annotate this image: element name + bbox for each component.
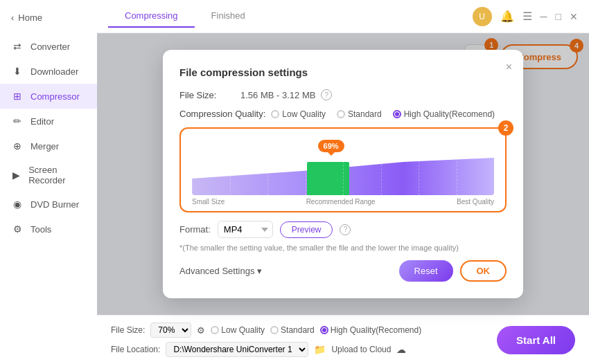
sidebar-label-editor: Editor [30,116,54,127]
chart-label-left: Small Size [192,198,225,206]
merger-icon: ⊕ [11,140,24,152]
preview-info-icon[interactable]: ? [340,224,351,235]
modal-footer: Advanced Settings ▾ Reset OK [179,260,507,282]
modal-footer-buttons: Reset OK [399,260,507,282]
format-label: Format: [179,224,211,235]
quality-option-high[interactable]: High Quality(Recomend) [393,109,495,119]
quality-radio-standard[interactable] [337,110,345,118]
compression-settings-modal: File compression settings × File Size: 1… [163,50,523,298]
converter-icon: ⇄ [11,40,24,53]
hint-text: *(The smaller the setting value, the sma… [179,244,507,252]
content-area: ⚙ 1 Compress 4 File compression settings… [97,33,589,315]
compressor-icon: ⊞ [11,90,24,102]
sidebar-item-tools[interactable]: ⚙ Tools [0,217,97,242]
sidebar: ‹ Home ⇄ Converter ⬇ Downloader ⊞ Compre… [0,0,97,364]
quality-radio-high-bottom[interactable]: High Quality(Recomend) [320,325,421,335]
topbar-tabs: Compressing Finished [108,5,262,28]
sidebar-label-compressor: Compressor [30,91,80,102]
sidebar-item-converter[interactable]: ⇄ Converter [0,34,97,59]
sidebar-item-merger[interactable]: ⊕ Merger [0,134,97,158]
quality-option-low[interactable]: Low Quality [271,109,326,119]
minimize-icon[interactable]: ─ [540,11,547,22]
chart-tooltip: 69% [318,140,344,152]
file-size-percent-select[interactable]: 70% [150,322,191,338]
close-icon[interactable]: ✕ [570,11,578,22]
back-label: Home [18,12,42,23]
file-location-row: File Location: D:\Wondershare UniConvert… [111,342,421,357]
sidebar-label-tools: Tools [30,224,51,235]
sidebar-label-converter: Converter [30,42,70,52]
compression-quality-row: Compression Quality: Low Quality Standar… [179,109,507,119]
file-size-label: File Size: [179,90,235,100]
file-size-row: File Size: 1.56 MB - 3.12 MB ? [179,89,507,100]
file-size-value: 1.56 MB - 3.12 MB [240,90,315,100]
editor-icon: ✏ [11,115,24,127]
format-row: Format: MP4 AVI MOV MKV Preview ? [179,221,507,238]
quality-radio-standard-bottom[interactable]: Standard [270,325,315,335]
maximize-icon[interactable]: □ [556,11,561,22]
sidebar-item-editor[interactable]: ✏ Editor [0,109,97,134]
file-size-info-icon[interactable]: ? [321,89,332,100]
step2-badge: 2 [498,120,513,136]
format-select[interactable]: MP4 AVI MOV MKV [218,221,273,238]
sidebar-item-dvd-burner[interactable]: ◉ DVD Burner [0,192,97,217]
bottom-bar: File Size: 70% ⚙ Low Quality Standard Hi… [97,315,589,364]
advanced-settings-link[interactable]: Advanced Settings ▾ [179,266,262,276]
topbar-icons: U 🔔 ☰ ─ □ ✕ [473,7,578,26]
user-avatar[interactable]: U [473,7,492,26]
start-all-button[interactable]: Start All [497,326,575,354]
quality-radio-low[interactable] [271,110,279,118]
cloud-icon[interactable]: ☁ [396,344,406,355]
screen-recorder-icon: ▶ [11,169,21,181]
chart-label-right: Best Quality [457,198,494,206]
chart-area: 69% [192,140,494,195]
bottom-bar-left: File Size: 70% ⚙ Low Quality Standard Hi… [111,322,421,357]
settings-small-icon[interactable]: ⚙ [197,325,205,336]
ok-button[interactable]: OK [460,260,507,282]
sidebar-item-screen-recorder[interactable]: ▶ Screen Recorder [0,158,97,192]
back-arrow-icon: ‹ [11,12,14,23]
preview-button[interactable]: Preview [280,221,333,238]
downloader-icon: ⬇ [11,65,24,78]
dvd-burner-icon: ◉ [11,198,24,210]
file-size-bar-row: File Size: 70% ⚙ Low Quality Standard Hi… [111,322,421,338]
tab-finished[interactable]: Finished [195,5,262,28]
tab-compressing[interactable]: Compressing [108,5,195,28]
sidebar-label-downloader: Downloader [30,66,78,77]
modal-title: File compression settings [179,66,507,78]
modal-overlay: File compression settings × File Size: 1… [97,33,589,315]
quality-radio-high[interactable] [393,110,401,118]
compression-chart[interactable]: 2 69% [179,127,507,212]
upload-cloud-label: Upload to Cloud [331,345,391,354]
modal-close-button[interactable]: × [506,61,512,73]
sidebar-label-dvd-burner: DVD Burner [30,199,79,210]
menu-icon[interactable]: ☰ [522,10,532,23]
folder-icon[interactable]: 📁 [314,344,326,355]
chevron-down-icon: ▾ [257,266,262,276]
quality-options: Low Quality Standard High Quality(Recome… [271,109,495,119]
file-location-select[interactable]: D:\Wondershare UniConverter 1 [166,342,308,357]
sidebar-item-downloader[interactable]: ⬇ Downloader [0,59,97,84]
main-content: Compressing Finished U 🔔 ☰ ─ □ ✕ ⚙ 1 Com… [97,0,589,364]
chart-labels: Small Size Recommended Range Best Qualit… [192,198,494,206]
compression-quality-label: Compression Quality: [179,109,265,119]
back-button[interactable]: ‹ Home [0,7,97,28]
chart-label-center: Recommended Range [306,198,376,206]
bottom-file-size-label: File Size: [111,325,145,335]
sidebar-item-compressor[interactable]: ⊞ Compressor [0,84,97,109]
tools-icon: ⚙ [11,223,24,235]
notification-icon[interactable]: 🔔 [500,10,514,23]
reset-button[interactable]: Reset [399,260,453,282]
sidebar-label-merger: Merger [30,141,59,152]
quality-radio-low-bottom[interactable]: Low Quality [211,325,265,335]
file-location-label: File Location: [111,345,160,354]
topbar: Compressing Finished U 🔔 ☰ ─ □ ✕ [97,0,589,33]
sidebar-label-screen-recorder: Screen Recorder [28,165,86,185]
quality-option-standard[interactable]: Standard [337,109,382,119]
